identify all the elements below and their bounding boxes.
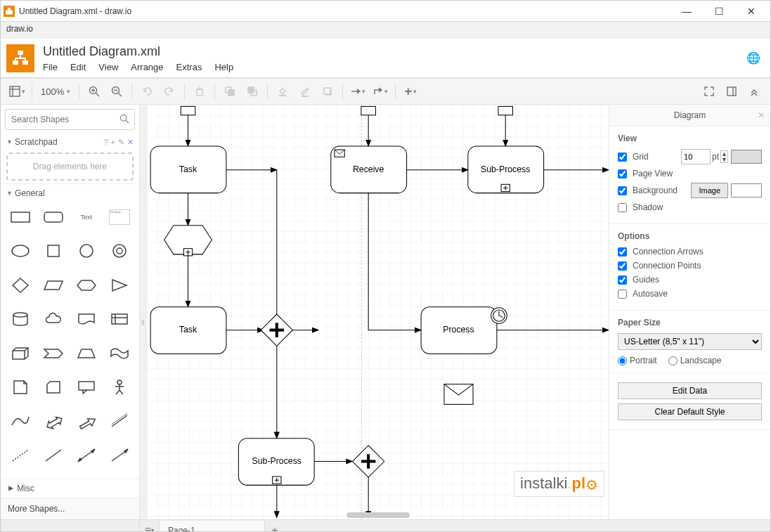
- shape-rectangle[interactable]: [6, 207, 35, 228]
- grid-checkbox[interactable]: [618, 153, 627, 162]
- panel-splitter[interactable]: ⦀: [140, 312, 145, 333]
- shape-tape[interactable]: [105, 343, 134, 364]
- search-icon[interactable]: [119, 114, 129, 126]
- guides-checkbox[interactable]: [618, 275, 627, 285]
- background-color-swatch[interactable]: [731, 183, 762, 197]
- shape-bidir-connector[interactable]: [72, 445, 101, 466]
- redo-button[interactable]: [159, 82, 180, 101]
- background-checkbox[interactable]: [618, 186, 627, 195]
- shape-hexagon[interactable]: [72, 275, 101, 296]
- line-color-button[interactable]: [294, 82, 316, 101]
- search-shapes-input[interactable]: [5, 109, 135, 130]
- scratchpad-drop-area[interactable]: Drag elements here: [6, 153, 134, 181]
- shape-cloud[interactable]: [39, 309, 68, 330]
- language-icon[interactable]: 🌐: [746, 51, 760, 65]
- shape-ellipse[interactable]: [6, 240, 35, 261]
- shadow-checkbox[interactable]: [618, 203, 627, 212]
- to-front-button[interactable]: [219, 82, 240, 101]
- zoom-in-button[interactable]: [84, 82, 105, 101]
- shape-link[interactable]: [105, 410, 134, 432]
- fullscreen-button[interactable]: [699, 82, 720, 101]
- shape-directional-connector[interactable]: [105, 445, 134, 466]
- shape-line[interactable]: [39, 445, 68, 466]
- menu-extras[interactable]: Extras: [176, 62, 202, 72]
- format-panel-button[interactable]: [721, 82, 742, 101]
- connection-button[interactable]: ▾: [347, 82, 368, 101]
- menu-file[interactable]: File: [43, 62, 58, 72]
- watermark-logo: instalki.pl⚙: [514, 471, 604, 497]
- grid-step-down[interactable]: ▼: [721, 157, 727, 162]
- edit-data-button[interactable]: Edit Data: [618, 382, 762, 399]
- menu-view[interactable]: View: [98, 62, 118, 72]
- shape-cylinder[interactable]: [6, 309, 35, 330]
- delete-button[interactable]: [189, 82, 210, 101]
- connection-arrows-checkbox[interactable]: [618, 247, 627, 257]
- drawing-canvas[interactable]: Task Receive Sub-Process Task: [147, 105, 609, 519]
- shape-document[interactable]: [72, 309, 101, 330]
- background-image-button[interactable]: Image: [691, 183, 728, 198]
- collapse-button[interactable]: [744, 82, 765, 101]
- autosave-checkbox[interactable]: [618, 290, 627, 299]
- shape-cube[interactable]: [6, 343, 35, 364]
- scratchpad-edit-icon[interactable]: ✎: [118, 138, 124, 147]
- shape-square[interactable]: [39, 240, 68, 261]
- scratchpad-header[interactable]: ▼Scratchpad ? + ✎ ✕: [1, 134, 139, 150]
- shape-trapezoid[interactable]: [72, 343, 101, 364]
- horizontal-scrollbar[interactable]: [346, 512, 410, 518]
- add-page-button[interactable]: +: [265, 524, 285, 533]
- insert-button[interactable]: +▾: [400, 82, 421, 101]
- document-title[interactable]: Untitled Diagram.xml: [43, 44, 746, 59]
- grid-size-input[interactable]: [681, 149, 711, 164]
- scratchpad-close-icon[interactable]: ✕: [127, 138, 134, 147]
- connection-points-checkbox[interactable]: [618, 261, 627, 271]
- more-shapes-button[interactable]: More Shapes...: [1, 498, 139, 519]
- clear-default-style-button[interactable]: Clear Default Style: [618, 403, 762, 420]
- menu-edit[interactable]: Edit: [70, 62, 86, 72]
- pageview-checkbox[interactable]: [618, 169, 627, 179]
- shape-parallelogram[interactable]: [39, 275, 68, 296]
- scratchpad-help-icon[interactable]: ?: [103, 138, 108, 147]
- zoom-level[interactable]: 100%▾: [37, 86, 74, 97]
- shape-step[interactable]: [39, 343, 68, 364]
- paper-size-select[interactable]: US-Letter (8,5" x 11"): [618, 333, 762, 350]
- shape-triangle[interactable]: [105, 275, 134, 296]
- window-close-button[interactable]: ✕: [735, 1, 767, 22]
- misc-section-header[interactable]: ▼ Misc: [1, 479, 139, 498]
- page-tab-1[interactable]: Page-1: [160, 521, 265, 533]
- scratchpad-add-icon[interactable]: +: [111, 138, 115, 147]
- grid-color-swatch[interactable]: [731, 150, 762, 164]
- menu-arrange[interactable]: Arrange: [131, 62, 163, 72]
- shape-card[interactable]: [39, 377, 68, 398]
- zoom-out-button[interactable]: [106, 82, 127, 101]
- shape-callout[interactable]: [72, 377, 101, 398]
- general-section-header[interactable]: ▼General: [1, 183, 139, 202]
- shape-actor[interactable]: [105, 377, 134, 398]
- shape-circle[interactable]: [72, 240, 101, 261]
- shape-bidir-arrow[interactable]: [39, 410, 68, 432]
- menu-bar: File Edit View Arrange Extras Help: [43, 62, 746, 72]
- shape-diamond[interactable]: [6, 275, 35, 296]
- shape-note[interactable]: [6, 377, 35, 398]
- shape-text[interactable]: Text: [72, 207, 101, 228]
- undo-button[interactable]: [136, 82, 157, 101]
- window-maximize-button[interactable]: ☐: [703, 1, 735, 22]
- menu-help[interactable]: Help: [214, 62, 233, 72]
- shadow-button[interactable]: [317, 82, 338, 101]
- shape-arrow[interactable]: [72, 410, 101, 432]
- to-back-button[interactable]: [242, 82, 263, 101]
- window-minimize-button[interactable]: —: [670, 1, 703, 22]
- shape-dashed-line[interactable]: [6, 445, 35, 466]
- view-dropdown-button[interactable]: ▾: [6, 82, 27, 101]
- drawio-logo: [6, 44, 34, 72]
- fill-color-button[interactable]: [272, 82, 293, 101]
- shape-donut[interactable]: [105, 240, 134, 261]
- landscape-radio[interactable]: [668, 356, 678, 365]
- close-panel-icon[interactable]: ✕: [758, 110, 765, 120]
- shape-internal-storage[interactable]: [105, 309, 134, 330]
- shape-rounded-rect[interactable]: [39, 207, 68, 228]
- shape-heading-frame[interactable]: Heading: [105, 207, 134, 228]
- pages-menu-button[interactable]: ≡▾: [140, 521, 160, 533]
- shape-curve[interactable]: [6, 410, 35, 432]
- waypoint-button[interactable]: ▾: [370, 82, 391, 101]
- portrait-radio[interactable]: [618, 356, 627, 365]
